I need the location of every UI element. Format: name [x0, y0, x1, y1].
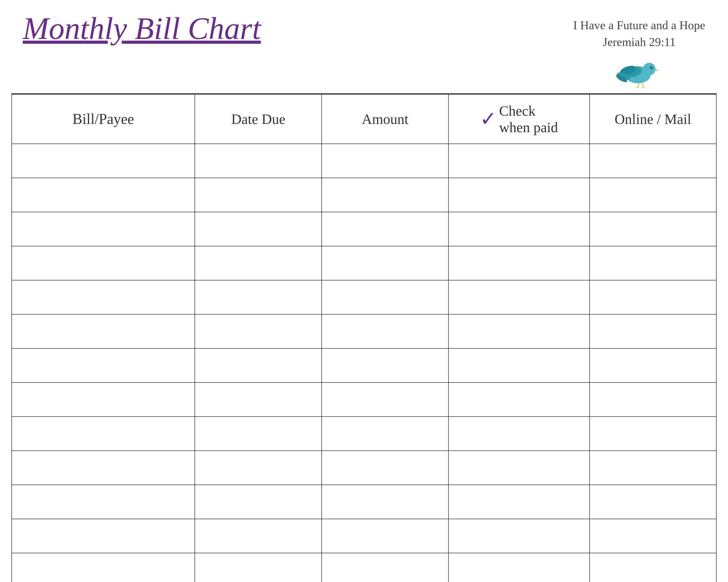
table-cell [12, 280, 195, 314]
table-row [12, 314, 716, 349]
table-cell [590, 451, 716, 485]
table-cell [322, 280, 448, 314]
col-header-online-mail: Online / Mail [590, 94, 716, 144]
svg-point-3 [651, 67, 652, 68]
table-row [12, 349, 716, 383]
table-cell [12, 144, 195, 178]
table-cell [590, 144, 716, 178]
table-cell [12, 451, 195, 485]
table-row [12, 451, 716, 485]
svg-line-10 [635, 87, 638, 87]
table-cell [590, 178, 716, 212]
table-container: Bill/Payee Date Due Amount ✓ Check w [0, 94, 728, 582]
col-header-bill-payee: Bill/Payee [12, 94, 195, 144]
table-cell [12, 314, 195, 349]
svg-line-13 [641, 87, 644, 87]
col-header-date-due: Date Due [195, 94, 322, 144]
header-right: I Have a Future and a Hope Jeremiah 29:1… [573, 17, 705, 87]
check-label-line2: when paid [499, 119, 558, 136]
table-row [12, 485, 716, 519]
checkmark-icon: ✓ [480, 109, 497, 129]
table-cell [590, 314, 716, 349]
svg-line-9 [638, 83, 639, 87]
header: Monthly Bill Chart I Have a Future and a… [0, 0, 728, 93]
table-cell [448, 314, 590, 349]
table-cell [448, 485, 590, 519]
table-cell [195, 314, 322, 349]
table-cell [590, 212, 716, 246]
table-cell [590, 246, 716, 280]
table-header-row: Bill/Payee Date Due Amount ✓ Check w [12, 94, 716, 144]
table-cell [195, 212, 322, 246]
check-text: Check when paid [499, 103, 558, 136]
title-block: Monthly Bill Chart [23, 11, 261, 46]
table-cell [448, 553, 590, 582]
table-cell [322, 212, 448, 246]
table-cell [448, 144, 590, 178]
table-cell [448, 349, 590, 383]
table-cell [322, 246, 448, 280]
table-cell [195, 349, 322, 383]
table-cell [195, 519, 322, 553]
table-row [12, 417, 716, 451]
table-cell [322, 349, 448, 383]
table-cell [448, 280, 590, 314]
table-cell [195, 451, 322, 485]
table-cell [590, 349, 716, 383]
table-row [12, 280, 716, 314]
table-cell [322, 178, 448, 212]
col-header-amount: Amount [322, 94, 448, 144]
table-cell [590, 383, 716, 417]
table-cell [12, 212, 195, 246]
table-row [12, 246, 716, 280]
scripture-text: I Have a Future and a Hope Jeremiah 29:1… [573, 17, 705, 51]
svg-line-11 [638, 87, 639, 87]
table-cell [195, 485, 322, 519]
table-cell [590, 553, 716, 582]
table-cell [448, 178, 590, 212]
svg-marker-4 [655, 69, 659, 71]
table-cell [12, 383, 195, 417]
table-cell [322, 144, 448, 178]
table-cell [12, 349, 195, 383]
table-cell [12, 519, 195, 553]
table-cell [12, 485, 195, 519]
table-cell [448, 246, 590, 280]
table-cell [322, 553, 448, 582]
table-row [12, 519, 716, 553]
table-cell [195, 178, 322, 212]
bird-icon [614, 53, 665, 87]
table-cell [322, 383, 448, 417]
page-container: Monthly Bill Chart I Have a Future and a… [0, 0, 728, 582]
scripture-line2: Jeremiah 29:11 [573, 34, 705, 51]
table-cell [12, 178, 195, 212]
scripture-line1: I Have a Future and a Hope [573, 17, 705, 34]
svg-point-1 [643, 63, 655, 75]
table-cell [12, 417, 195, 451]
table-cell [448, 519, 590, 553]
table-row [12, 212, 716, 246]
svg-line-12 [642, 83, 644, 87]
col-header-check-when-paid: ✓ Check when paid [448, 94, 590, 144]
table-cell [448, 212, 590, 246]
table-cell [322, 485, 448, 519]
table-cell [448, 417, 590, 451]
page-title: Monthly Bill Chart [23, 11, 261, 46]
table-cell [590, 280, 716, 314]
table-cell [12, 246, 195, 280]
table-cell [322, 519, 448, 553]
table-cell [448, 383, 590, 417]
table-cell [322, 314, 448, 349]
table-cell [322, 417, 448, 451]
table-cell [590, 417, 716, 451]
check-header-content: ✓ Check when paid [454, 103, 583, 136]
table-cell [322, 451, 448, 485]
table-cell [195, 383, 322, 417]
table-cell [195, 280, 322, 314]
table-cell [195, 553, 322, 582]
table-row [12, 178, 716, 212]
table-row [12, 383, 716, 417]
table-cell [195, 417, 322, 451]
table-cell [590, 519, 716, 553]
svg-line-14 [644, 87, 646, 87]
